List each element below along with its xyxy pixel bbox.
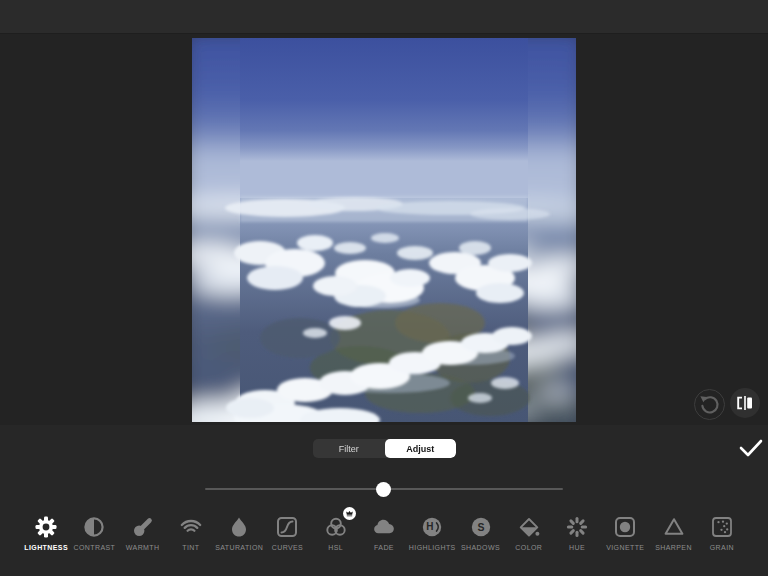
tool-sharpen[interactable]: SHARPEN bbox=[649, 513, 697, 569]
contrast-icon bbox=[80, 513, 108, 541]
tool-label: HIGHLIGHTS bbox=[409, 544, 456, 551]
bottom-panel: Filter Adjust bbox=[0, 425, 768, 576]
tool-label: FADE bbox=[374, 544, 394, 551]
tool-saturation[interactable]: SATURATION bbox=[215, 513, 263, 569]
grain-icon bbox=[708, 513, 736, 541]
checkmark-icon bbox=[738, 437, 764, 459]
brightness-icon bbox=[32, 513, 60, 541]
svg-text:S: S bbox=[477, 521, 484, 533]
tool-hue[interactable]: HUE bbox=[553, 513, 601, 569]
compare-icon bbox=[731, 389, 759, 417]
mode-tabs: Filter Adjust bbox=[313, 439, 456, 458]
tool-vignette[interactable]: VIGNETTE bbox=[601, 513, 649, 569]
fade-icon bbox=[370, 513, 398, 541]
tab-filter[interactable]: Filter bbox=[313, 439, 385, 458]
tint-icon bbox=[177, 513, 205, 541]
tool-label: GRAIN bbox=[710, 544, 734, 551]
undo-button[interactable] bbox=[694, 389, 725, 420]
tool-warmth[interactable]: WARMTH bbox=[119, 513, 167, 569]
tool-shadows[interactable]: S SHADOWS bbox=[456, 513, 504, 569]
highlights-icon: H bbox=[418, 513, 446, 541]
compare-button[interactable] bbox=[730, 388, 760, 418]
undo-icon bbox=[696, 391, 724, 419]
tool-label: HSL bbox=[328, 544, 343, 551]
tool-label: TINT bbox=[182, 544, 199, 551]
tool-highlights[interactable]: H HIGHLIGHTS bbox=[408, 513, 456, 569]
tool-label: CURVES bbox=[272, 544, 303, 551]
top-bar bbox=[0, 0, 768, 34]
tool-color[interactable]: COLOR bbox=[505, 513, 553, 569]
tool-grain[interactable]: GRAIN bbox=[698, 513, 746, 569]
tool-label: LIGHTNESS bbox=[24, 544, 68, 551]
crown-icon bbox=[345, 509, 354, 518]
confirm-button[interactable] bbox=[737, 436, 765, 460]
curves-icon bbox=[273, 513, 301, 541]
tab-adjust[interactable]: Adjust bbox=[385, 439, 457, 458]
saturation-icon bbox=[225, 513, 253, 541]
tool-label: HUE bbox=[569, 544, 585, 551]
photo-canvas bbox=[192, 38, 576, 422]
vignette-icon bbox=[611, 513, 639, 541]
adjust-tools-row: LIGHTNESS CONTRAST WARMTH bbox=[22, 513, 746, 569]
warmth-icon bbox=[129, 513, 157, 541]
tool-label: CONTRAST bbox=[74, 544, 116, 551]
tool-curves[interactable]: CURVES bbox=[263, 513, 311, 569]
sharpen-icon bbox=[660, 513, 688, 541]
premium-crown-badge bbox=[343, 507, 356, 520]
tool-tint[interactable]: TINT bbox=[167, 513, 215, 569]
tool-hsl[interactable]: HSL bbox=[312, 513, 360, 569]
tool-label: COLOR bbox=[515, 544, 542, 551]
tool-fade[interactable]: FADE bbox=[360, 513, 408, 569]
adjust-slider[interactable] bbox=[205, 480, 563, 498]
tool-contrast[interactable]: CONTRAST bbox=[70, 513, 118, 569]
editor-canvas bbox=[0, 34, 768, 425]
tool-label: VIGNETTE bbox=[606, 544, 644, 551]
shadows-icon: S bbox=[467, 513, 495, 541]
tool-lightness[interactable]: LIGHTNESS bbox=[22, 513, 70, 569]
tool-label: SHARPEN bbox=[655, 544, 692, 551]
tool-label: SHADOWS bbox=[461, 544, 500, 551]
hue-icon bbox=[563, 513, 591, 541]
slider-thumb[interactable] bbox=[376, 482, 391, 497]
svg-text:H: H bbox=[426, 521, 433, 532]
tool-label: SATURATION bbox=[215, 544, 263, 551]
cloud-photo bbox=[192, 38, 576, 422]
tool-label: WARMTH bbox=[126, 544, 160, 551]
color-icon bbox=[515, 513, 543, 541]
